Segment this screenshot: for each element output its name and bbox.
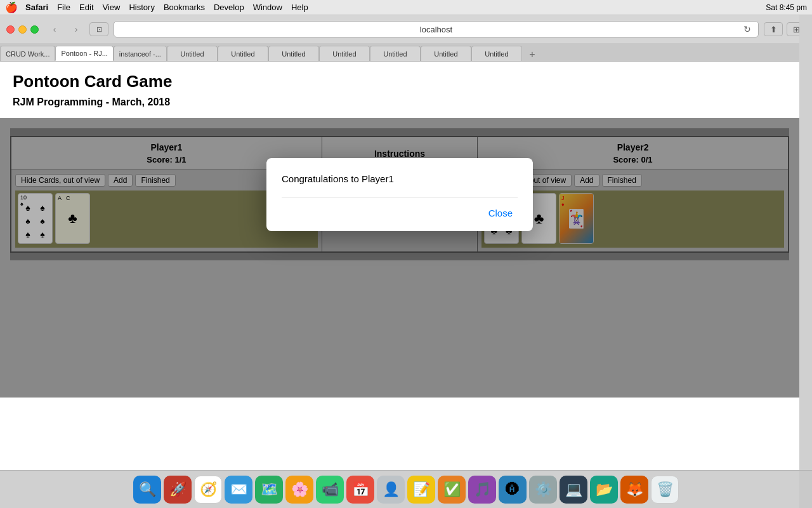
dock-terminal[interactable]: 💻 — [560, 476, 587, 504]
game-area: Player1 Score: 1/1 Instructions Player2 … — [0, 118, 799, 271]
tab-untitled-1[interactable]: Untitled — [167, 46, 218, 61]
tabs-bar: CRUD Work... Pontoon - RJ... instanceof … — [0, 43, 812, 61]
dialog-actions: Close — [282, 205, 518, 221]
tab-untitled-6[interactable]: Untitled — [421, 46, 471, 61]
tab-untitled-7[interactable]: Untitled — [471, 46, 522, 61]
menubar-edit[interactable]: Edit — [79, 3, 93, 12]
tab-instanceof[interactable]: instanceof -... — [114, 46, 167, 61]
menubar-history[interactable]: History — [129, 3, 154, 12]
menubar-safari[interactable]: Safari — [25, 3, 48, 12]
dock-launchpad[interactable]: 🚀 — [164, 476, 192, 504]
dock-calendar[interactable]: 📅 — [346, 476, 374, 504]
share-button[interactable]: ⬆ — [764, 22, 783, 36]
dialog-box: Congratulations to Player1 Close — [266, 158, 533, 231]
menubar: 🍎 Safari File Edit View History Bookmark… — [0, 0, 812, 15]
menubar-bookmarks[interactable]: Bookmarks — [164, 3, 205, 12]
dock-photos[interactable]: 🌸 — [285, 476, 313, 504]
dialog-close-button[interactable]: Close — [483, 205, 518, 221]
tab-crud[interactable]: CRUD Work... — [0, 46, 55, 61]
dock-firefox[interactable]: 🦊 — [620, 476, 648, 504]
menubar-view[interactable]: View — [103, 3, 121, 12]
back-button[interactable]: ‹ — [46, 23, 63, 35]
dock-maps[interactable]: 🗺️ — [255, 476, 283, 504]
dock-filezilla[interactable]: 📂 — [590, 476, 618, 504]
page-subtitle: RJM Programming - March, 2018 — [13, 97, 787, 108]
dock-safari[interactable]: 🧭 — [194, 476, 222, 504]
tab-untitled-5[interactable]: Untitled — [370, 46, 421, 61]
apple-menu[interactable]: 🍎 — [5, 1, 18, 13]
dialog-divider — [282, 197, 518, 197]
dock-facetime[interactable]: 📹 — [316, 476, 344, 504]
tab-untitled-4[interactable]: Untitled — [319, 46, 370, 61]
reader-view-button[interactable]: ⊡ — [89, 22, 108, 36]
close-window-button[interactable] — [6, 25, 15, 34]
address-bar[interactable]: localhost ↻ — [114, 21, 759, 37]
minimize-window-button[interactable] — [18, 25, 27, 34]
dialog-overlay: Congratulations to Player1 Close — [10, 128, 789, 260]
menubar-file[interactable]: File — [57, 3, 70, 12]
traffic-lights — [6, 25, 39, 34]
menubar-time: Sat 8:45 pm — [766, 3, 807, 12]
dock-notes[interactable]: 📝 — [407, 476, 435, 504]
page-content: Pontoon Card Game RJM Programming - Marc… — [0, 62, 799, 508]
url-display: localhost — [420, 25, 452, 34]
tab-pontoon[interactable]: Pontoon - RJ... — [55, 46, 113, 61]
dock-reminders[interactable]: ✅ — [438, 476, 466, 504]
menubar-develop[interactable]: Develop — [214, 3, 244, 12]
browser-toolbar: ‹ › ⊡ localhost ↻ ⬆ ⊞ — [0, 15, 812, 43]
dock-itunes[interactable]: 🎵 — [468, 476, 496, 504]
dialog-message: Congratulations to Player1 — [282, 173, 518, 184]
tab-untitled-2[interactable]: Untitled — [218, 46, 268, 61]
browser-chrome: ‹ › ⊡ localhost ↻ ⬆ ⊞ CRUD Work... Ponto… — [0, 15, 812, 62]
dock-contacts[interactable]: 👤 — [377, 476, 405, 504]
dock-trash[interactable]: 🗑️ — [651, 476, 679, 504]
reload-button[interactable]: ↻ — [739, 21, 756, 37]
maximize-window-button[interactable] — [30, 25, 39, 34]
dock-mail[interactable]: ✉️ — [225, 476, 252, 504]
menubar-help[interactable]: Help — [291, 3, 308, 12]
dock: 🔍 🚀 🧭 ✉️ 🗺️ 🌸 📹 📅 👤 📝 ✅ 🎵 🅐 ⚙️ 💻 📂 🦊 🗑️ — [0, 470, 812, 508]
add-tab-button[interactable]: + — [525, 48, 540, 61]
page-title: Pontoon Card Game — [13, 72, 787, 91]
dock-finder[interactable]: 🔍 — [133, 476, 161, 504]
dock-appstore[interactable]: 🅐 — [499, 476, 527, 504]
tab-untitled-3[interactable]: Untitled — [268, 46, 319, 61]
sidebar-text: 1F+1TPJNSQmDUyLp7NRjBKrLI5aW0Xb0mIR2ZQXB… — [799, 0, 812, 508]
menubar-window[interactable]: Window — [253, 3, 282, 12]
forward-button[interactable]: › — [68, 23, 84, 35]
dock-settings[interactable]: ⚙️ — [529, 476, 557, 504]
below-game-area — [0, 271, 799, 398]
